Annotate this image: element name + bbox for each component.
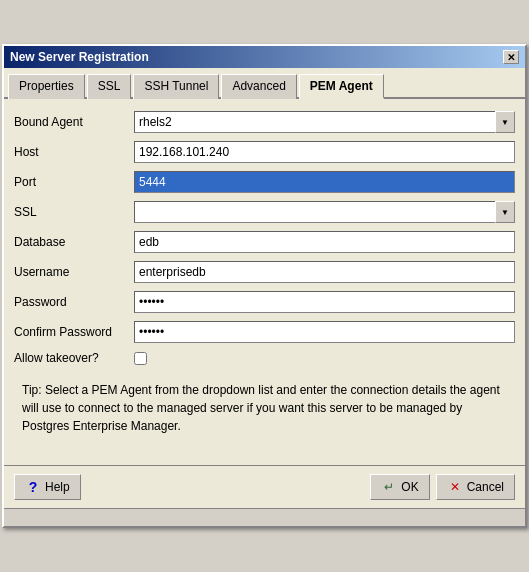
tip-text: Tip: Select a PEM Agent from the dropdow…	[14, 373, 515, 443]
cancel-icon: ✕	[447, 479, 463, 495]
dialog-window: New Server Registration ✕ Properties SSL…	[2, 44, 527, 528]
password-label: Password	[14, 295, 134, 309]
ssl-label: SSL	[14, 205, 134, 219]
tab-properties[interactable]: Properties	[8, 74, 85, 99]
ssl-select[interactable]	[134, 201, 515, 223]
allow-takeover-row: Allow takeover?	[14, 351, 515, 365]
confirm-password-label: Confirm Password	[14, 325, 134, 339]
tab-pem-agent[interactable]: PEM Agent	[299, 74, 384, 99]
title-bar: New Server Registration ✕	[4, 46, 525, 68]
allow-takeover-checkbox[interactable]	[134, 352, 147, 365]
close-button[interactable]: ✕	[503, 50, 519, 64]
port-input[interactable]	[134, 171, 515, 193]
tab-ssl[interactable]: SSL	[87, 74, 132, 99]
port-row: Port	[14, 171, 515, 193]
bound-agent-select[interactable]: rhels2	[134, 111, 515, 133]
status-bar	[4, 508, 525, 526]
window-title: New Server Registration	[10, 50, 149, 64]
username-label: Username	[14, 265, 134, 279]
bound-agent-label: Bound Agent	[14, 115, 134, 129]
password-input[interactable]	[134, 291, 515, 313]
right-buttons: ↵ OK ✕ Cancel	[370, 474, 515, 500]
bound-agent-select-wrapper: rhels2 ▼	[134, 111, 515, 133]
database-input[interactable]	[134, 231, 515, 253]
confirm-password-row: Confirm Password	[14, 321, 515, 343]
tab-ssh-tunnel[interactable]: SSH Tunnel	[133, 74, 219, 99]
help-button[interactable]: ? Help	[14, 474, 81, 500]
tab-advanced[interactable]: Advanced	[221, 74, 296, 99]
allow-takeover-label: Allow takeover?	[14, 351, 134, 365]
help-icon: ?	[25, 479, 41, 495]
ssl-select-wrapper: ▼	[134, 201, 515, 223]
bound-agent-row: Bound Agent rhels2 ▼	[14, 111, 515, 133]
ssl-row: SSL ▼	[14, 201, 515, 223]
cancel-button[interactable]: ✕ Cancel	[436, 474, 515, 500]
database-label: Database	[14, 235, 134, 249]
ok-icon: ↵	[381, 479, 397, 495]
confirm-password-input[interactable]	[134, 321, 515, 343]
tab-bar: Properties SSL SSH Tunnel Advanced PEM A…	[4, 68, 525, 99]
button-bar: ? Help ↵ OK ✕ Cancel	[4, 465, 525, 508]
ok-button[interactable]: ↵ OK	[370, 474, 429, 500]
form-content: Bound Agent rhels2 ▼ Host Port SSL	[4, 99, 525, 465]
host-row: Host	[14, 141, 515, 163]
username-row: Username	[14, 261, 515, 283]
host-input[interactable]	[134, 141, 515, 163]
database-row: Database	[14, 231, 515, 253]
username-input[interactable]	[134, 261, 515, 283]
port-label: Port	[14, 175, 134, 189]
password-row: Password	[14, 291, 515, 313]
host-label: Host	[14, 145, 134, 159]
